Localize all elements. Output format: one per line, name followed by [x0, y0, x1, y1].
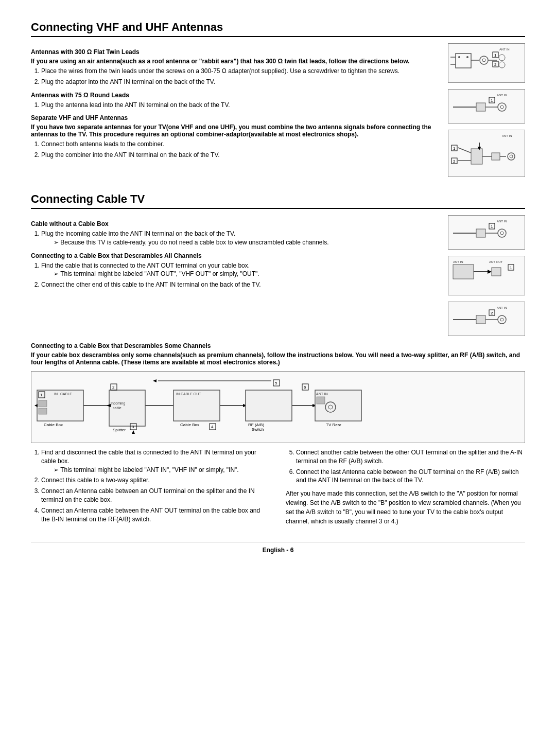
- svg-text:RF (A/B): RF (A/B): [248, 423, 264, 427]
- footer: English - 6: [31, 542, 525, 554]
- svg-point-36: [510, 155, 513, 158]
- svg-point-10: [482, 59, 485, 62]
- after-steps-text: After you have made this connection, set…: [286, 489, 525, 526]
- svg-text:Switch: Switch: [252, 427, 264, 432]
- svg-text:6: 6: [304, 385, 306, 390]
- no-box-steps: Plug the incoming cable into the ANT IN …: [41, 230, 432, 247]
- svg-text:1: 1: [494, 53, 497, 58]
- svg-text:ANT IN: ANT IN: [316, 392, 328, 396]
- svg-text:cable: cable: [113, 406, 121, 410]
- separate-step-2: Plug the combiner into the ANT IN termin…: [41, 151, 432, 160]
- svg-rect-90: [246, 390, 292, 421]
- svg-text:2: 2: [491, 311, 493, 315]
- dsc-step-1: Find and disconnect the cable that is co…: [41, 448, 270, 474]
- cable-diagram-3: ANT IN 2: [448, 302, 525, 336]
- svg-rect-48: [453, 265, 474, 279]
- svg-line-29: [458, 148, 471, 153]
- svg-point-12: [499, 55, 505, 61]
- svg-text:ANT IN: ANT IN: [497, 306, 507, 309]
- svg-text:Cable Box: Cable Box: [44, 423, 63, 427]
- descrambles-some-section: Connecting to a Cable Box that Descrambl…: [31, 342, 525, 526]
- cable-text-column: Cable without a Cable Box Plug the incom…: [31, 215, 432, 336]
- svg-point-60: [500, 318, 503, 321]
- cable-diagram-3-svg: ANT IN 2: [450, 304, 525, 332]
- cable-diagram-column: ANT IN 1 ANT IN ANT OUT: [443, 215, 525, 336]
- steps-col2: Connect another cable between the other …: [286, 448, 525, 526]
- svg-text:1: 1: [510, 266, 512, 270]
- vhf-diagram-2-svg: ANT IN 1: [450, 92, 525, 120]
- steps-col1: Find and disconnect the cable that is co…: [31, 448, 270, 526]
- svg-marker-70: [34, 404, 38, 407]
- svg-text:Cable Box: Cable Box: [180, 423, 199, 427]
- svg-rect-31: [471, 149, 482, 164]
- flat-twin-steps: Place the wires from the twin leads unde…: [41, 67, 432, 86]
- svg-point-43: [498, 229, 506, 237]
- svg-marker-50: [488, 270, 492, 274]
- svg-text:4: 4: [211, 425, 214, 429]
- svg-rect-5: [456, 54, 471, 68]
- descrambles-all-title: Connecting to a Cable Box that Descrambl…: [31, 252, 432, 259]
- svg-point-35: [508, 153, 515, 160]
- svg-text:IN  CABLE  OUT: IN CABLE OUT: [176, 392, 201, 396]
- vhf-diagram-2: ANT IN 1: [448, 89, 525, 124]
- svg-rect-68: [39, 400, 47, 407]
- cable-no-box-diagram: ANT IN 1: [448, 215, 525, 250]
- wiring-diagram: Cable Box 1 IN CABLE Splitter 2: [31, 371, 525, 443]
- vhf-text-column: Antennas with 300 Ω Flat Twin Leads If y…: [31, 43, 432, 177]
- dsc-step-5: Connect another cable between the other …: [296, 448, 525, 466]
- no-box-step-1: Plug the incoming cable into the ANT IN …: [41, 230, 432, 247]
- vhf-section: Connecting VHF and UHF Antennas Antennas…: [31, 21, 525, 177]
- flat-twin-step-2: Plug the adaptor into the ANT IN termina…: [41, 78, 432, 86]
- svg-text:3: 3: [132, 425, 134, 429]
- svg-text:2: 2: [494, 62, 497, 67]
- no-box-note: Because this TV is cable-ready, you do n…: [54, 238, 432, 247]
- cable-descrambles-all-svg: ANT IN ANT OUT 1: [450, 258, 525, 292]
- vhf-diagram-1-svg: ANT IN 1 2: [450, 46, 525, 79]
- cable-descrambles-all-diagram: ANT IN ANT OUT 1: [448, 256, 525, 295]
- svg-rect-104: [317, 397, 325, 404]
- descrambles-some-title: Connecting to a Cable Box that Descrambl…: [31, 342, 525, 349]
- dsc-note-1: This terminal might be labeled "ANT IN",…: [54, 466, 270, 474]
- wiring-diagram-svg: Cable Box 1 IN CABLE Splitter 2: [34, 375, 518, 441]
- vhf-diagram-3-svg: ANT IN 1 2: [450, 132, 525, 173]
- svg-text:1: 1: [491, 224, 493, 229]
- dsc-step-2: Connect this cable to a two-way splitter…: [41, 476, 270, 485]
- svg-text:IN: IN: [54, 392, 58, 396]
- descrambles-some-steps-col2: Connect another cable between the other …: [296, 448, 525, 485]
- svg-marker-81: [132, 430, 135, 434]
- svg-text:Incoming: Incoming: [111, 401, 126, 406]
- svg-text:1: 1: [491, 98, 493, 103]
- svg-text:ANT IN: ANT IN: [502, 134, 512, 137]
- svg-point-22: [500, 106, 503, 109]
- vhf-diagram-column: ANT IN 1 2: [443, 43, 525, 177]
- svg-point-59: [498, 315, 506, 324]
- vhf-diagram-1: ANT IN 1 2: [448, 43, 525, 83]
- svg-text:1: 1: [453, 146, 456, 151]
- svg-rect-20: [476, 103, 485, 111]
- flat-twin-step-1: Place the wires from the twin leads unde…: [41, 67, 432, 76]
- separate-step-1: Connect both antenna leads to the combin…: [41, 140, 432, 149]
- cable-section: Connecting Cable TV Cable without a Cabl…: [31, 192, 525, 526]
- svg-point-13: [499, 62, 505, 68]
- svg-text:1: 1: [40, 393, 43, 397]
- descrambles-some-intro: If your cable box descrambles only some …: [31, 351, 525, 366]
- cable-title: Connecting Cable TV: [31, 192, 525, 209]
- svg-text:TV Rear: TV Rear: [326, 423, 341, 427]
- descrambles-all-steps: Find the cable that is connected to the …: [41, 261, 432, 289]
- vhf-title: Connecting VHF and UHF Antennas: [31, 21, 525, 37]
- separate-title: Separate VHF and UHF Antennas: [31, 114, 432, 121]
- round-leads-title: Antennas with 75 Ω Round Leads: [31, 92, 432, 99]
- descrambles-all-step-1: Find the cable that is connected to the …: [41, 261, 432, 279]
- round-leads-step-1: Plug the antenna lead into the ANT IN te…: [41, 101, 432, 110]
- svg-marker-76: [107, 404, 111, 407]
- svg-rect-33: [492, 153, 500, 160]
- round-leads-steps: Plug the antenna lead into the ANT IN te…: [41, 101, 432, 110]
- dsc-step-4: Connect an Antenna cable between the ANT…: [41, 506, 270, 524]
- svg-text:CABLE: CABLE: [60, 392, 72, 396]
- descrambles-some-steps-container: Find and disconnect the cable that is co…: [31, 448, 525, 526]
- svg-text:ANT OUT: ANT OUT: [489, 260, 503, 263]
- svg-point-44: [500, 232, 503, 235]
- svg-text:2: 2: [112, 385, 115, 390]
- svg-marker-96: [153, 379, 157, 382]
- dsc-step-3: Connect an Antenna cable between an OUT …: [41, 487, 270, 504]
